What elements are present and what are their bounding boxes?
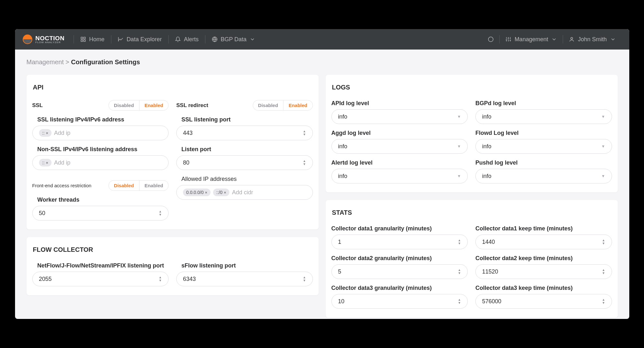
nav-user[interactable]: John Smith xyxy=(563,34,621,45)
breadcrumb: Management > Configuration Settings xyxy=(15,50,629,66)
stepper-icon[interactable]: ▲▼ xyxy=(602,239,605,245)
svg-point-16 xyxy=(571,37,573,39)
caret-down-icon: ▼ xyxy=(457,144,461,149)
tag-remove-icon[interactable]: × xyxy=(205,190,208,195)
nav-home-label: Home xyxy=(89,36,105,43)
nav-management[interactable]: Management xyxy=(500,34,563,45)
nav-alerts[interactable]: Alerts xyxy=(169,34,205,45)
ssl-redirect-disabled[interactable]: Disabled xyxy=(253,100,283,110)
frontend-disabled[interactable]: Disabled xyxy=(109,181,139,190)
stat-value-input[interactable]: 5▲▼ xyxy=(331,264,468,279)
ssl-redirect-label: SSL redirect xyxy=(176,102,208,109)
ssl-port-input[interactable]: 443 ▲▼ xyxy=(176,126,313,140)
nav-user-label: John Smith xyxy=(578,36,607,43)
stat-field-label: Collector data1 keep time (minutes) xyxy=(475,225,612,232)
caret-down-icon: ▼ xyxy=(601,174,605,178)
stat-field-label: Collector data2 keep time (minutes) xyxy=(475,255,612,262)
chart-icon xyxy=(118,36,123,42)
nav-home[interactable]: Home xyxy=(74,34,111,45)
card-flow-collector: FLOW COLLECTOR NetFlow/J-Flow/NetStream/… xyxy=(27,237,319,295)
ip-placeholder: Add ip xyxy=(54,159,70,166)
card-api: API SSL Disabled Enabled xyxy=(27,75,319,229)
nav-bgp-data[interactable]: BGP Data xyxy=(205,34,262,45)
breadcrumb-separator: > xyxy=(66,58,69,66)
cidr-placeholder: Add cidr xyxy=(232,189,253,196)
stepper-icon[interactable]: ▲▼ xyxy=(458,268,461,275)
ssl-toggle[interactable]: Disabled Enabled xyxy=(108,100,169,111)
ssl-listening-addr-input[interactable]: :: × Add ip xyxy=(32,126,169,140)
ssl-enabled[interactable]: Enabled xyxy=(139,100,168,110)
frontend-enabled[interactable]: Enabled xyxy=(139,181,168,190)
ssl-listening-addr-label: SSL listening IPv4/IPv6 address xyxy=(32,116,169,123)
chevron-down-icon xyxy=(250,36,255,42)
listen-port-input[interactable]: 80 ▲▼ xyxy=(176,155,313,170)
log-level-select[interactable]: info▼ xyxy=(475,169,612,183)
log-level-select[interactable]: info▼ xyxy=(331,109,468,124)
ip-tag[interactable]: :: × xyxy=(39,129,52,137)
allowed-ips-label: Allowed IP addresses xyxy=(176,176,313,182)
logo-icon xyxy=(23,35,32,44)
worker-threads-label: Worker threads xyxy=(32,197,169,203)
log-field-label: BGPd log level xyxy=(475,100,612,107)
worker-threads-input[interactable]: 50 ▲▼ xyxy=(32,206,169,220)
logo[interactable]: NOCTION FLOW ANALYZER xyxy=(23,35,65,44)
tag-remove-icon[interactable]: × xyxy=(46,131,48,135)
stat-value-input[interactable]: 576000▲▼ xyxy=(475,294,612,309)
stepper-icon[interactable]: ▲▼ xyxy=(458,239,461,245)
frontend-toggle[interactable]: Disabled Enabled xyxy=(108,180,169,191)
nav-data-explorer[interactable]: Data Explorer xyxy=(111,34,168,45)
stepper-icon[interactable]: ▲▼ xyxy=(159,276,162,282)
stat-field-label: Collector data1 granularity (minutes) xyxy=(331,225,468,232)
allowed-ips-input[interactable]: 0.0.0.0/0 × ::/0 × Add cidr xyxy=(176,185,313,200)
log-field-label: Aggd log level xyxy=(331,130,468,136)
brand-name: NOCTION xyxy=(36,35,65,41)
ip-tag[interactable]: :: × xyxy=(39,159,52,166)
ssl-redirect-toggle[interactable]: Disabled Enabled xyxy=(253,100,313,111)
cidr-tag[interactable]: ::/0 × xyxy=(213,189,229,196)
log-level-select[interactable]: info▼ xyxy=(475,139,612,154)
stepper-icon[interactable]: ▲▼ xyxy=(159,210,162,216)
stat-value-input[interactable]: 1440▲▼ xyxy=(475,235,612,249)
cidr-tag[interactable]: 0.0.0.0/0 × xyxy=(183,189,211,196)
stepper-icon[interactable]: ▲▼ xyxy=(602,298,605,305)
svg-rect-2 xyxy=(81,40,83,42)
log-level-select[interactable]: info▼ xyxy=(475,109,612,124)
stepper-icon[interactable]: ▲▼ xyxy=(303,276,306,282)
nav-management-label: Management xyxy=(514,36,548,43)
stat-field-label: Collector data3 granularity (minutes) xyxy=(331,285,468,291)
chevron-down-icon xyxy=(551,36,557,42)
stat-field-label: Collector data2 granularity (minutes) xyxy=(331,255,468,262)
nav-chat[interactable] xyxy=(482,34,499,45)
caret-down-icon: ▼ xyxy=(601,114,605,119)
svg-rect-3 xyxy=(83,40,85,42)
stepper-icon[interactable]: ▲▼ xyxy=(303,159,306,166)
stepper-icon[interactable]: ▲▼ xyxy=(303,130,306,136)
card-api-title: API xyxy=(32,84,313,91)
log-field-label: Flowd Log level xyxy=(475,130,612,136)
svg-rect-1 xyxy=(83,37,85,39)
ssl-disabled[interactable]: Disabled xyxy=(109,100,139,110)
breadcrumb-parent[interactable]: Management xyxy=(27,58,64,66)
sflow-port-input[interactable]: 6343 ▲▼ xyxy=(176,272,313,286)
card-stats-title: STATS xyxy=(331,209,612,216)
stat-value-input[interactable]: 10▲▼ xyxy=(331,294,468,309)
nonssl-addr-input[interactable]: :: × Add ip xyxy=(32,155,169,170)
log-level-select[interactable]: info▼ xyxy=(331,139,468,154)
ssl-redirect-enabled[interactable]: Enabled xyxy=(283,100,312,110)
breadcrumb-current: Configuration Settings xyxy=(71,58,140,66)
stat-value-input[interactable]: 1▲▼ xyxy=(331,235,468,249)
sliders-icon xyxy=(505,36,511,42)
card-flow-collector-title: FLOW COLLECTOR xyxy=(32,246,313,253)
stat-value-input[interactable]: 11520▲▼ xyxy=(475,264,612,279)
stepper-icon[interactable]: ▲▼ xyxy=(458,298,461,305)
stat-field-label: Collector data3 keep time (minutes) xyxy=(475,285,612,291)
user-icon xyxy=(569,36,575,42)
stepper-icon[interactable]: ▲▼ xyxy=(602,268,605,275)
log-field-label: Pushd log level xyxy=(475,159,612,166)
card-stats: STATS Collector data1 granularity (minut… xyxy=(326,200,618,318)
tag-remove-icon[interactable]: × xyxy=(224,190,227,195)
netflow-port-label: NetFlow/J-Flow/NetStream/IPFIX listening… xyxy=(32,262,169,269)
netflow-port-input[interactable]: 2055 ▲▼ xyxy=(32,272,169,286)
log-level-select[interactable]: info▼ xyxy=(331,169,468,183)
tag-remove-icon[interactable]: × xyxy=(46,160,48,165)
